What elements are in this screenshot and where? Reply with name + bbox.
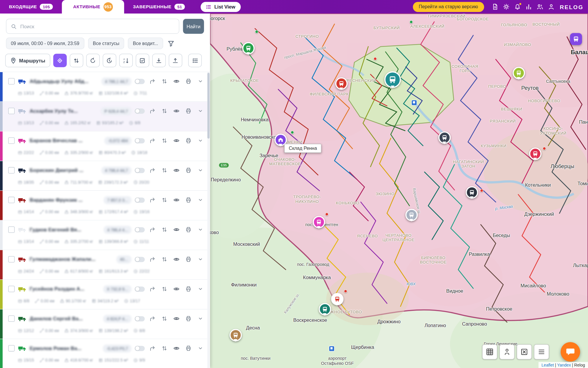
couriers-location-button[interactable] (500, 344, 514, 359)
refresh-button[interactable] (86, 54, 100, 67)
vehicle-marker[interactable] (313, 216, 325, 228)
expand-row-button[interactable] (196, 196, 205, 204)
share-route-button[interactable] (148, 255, 157, 263)
reorder-stops-button[interactable] (160, 314, 169, 323)
expand-row-button[interactable] (196, 255, 205, 263)
vehicle-marker[interactable] (466, 186, 478, 198)
table-view-button[interactable] (482, 344, 497, 359)
share-route-button[interactable] (148, 77, 157, 85)
route-toggle[interactable] (135, 227, 145, 232)
map-zones-button[interactable] (53, 54, 67, 67)
row-checkbox[interactable] (8, 226, 15, 233)
reorder-stops-button[interactable] (160, 255, 169, 263)
route-row[interactable]: Абдыкадыр Уулу Абд... 4 786,1 44,7 13/13… (0, 72, 210, 102)
share-route-button[interactable] (148, 107, 157, 115)
map[interactable]: БалашихаЛюберцыРеутовКрасногорскРублёвоН… (210, 14, 588, 368)
show-on-map-button[interactable] (172, 196, 181, 204)
vehicle-marker[interactable] (242, 42, 254, 54)
share-route-button[interactable] (148, 166, 157, 175)
print-route-button[interactable] (184, 255, 193, 263)
expand-row-button[interactable] (196, 344, 205, 352)
reorder-stops-button[interactable] (160, 344, 169, 352)
reorder-stops-button[interactable] (160, 166, 169, 175)
share-route-button[interactable] (148, 285, 157, 293)
expand-row-button[interactable] (196, 314, 205, 323)
print-route-button[interactable] (184, 166, 193, 175)
route-row[interactable]: Варданян Фрунзик ... 7 857,0 3... 14/140… (0, 191, 210, 221)
route-row[interactable]: Данилов Сергей Ва... 4 824,Р 4... 12/120… (0, 309, 210, 339)
route-toggle[interactable] (135, 346, 145, 351)
expand-row-button[interactable] (196, 136, 205, 145)
row-checkbox[interactable] (8, 345, 15, 352)
vehicle-marker[interactable] (335, 77, 348, 89)
row-checkbox[interactable] (8, 78, 15, 84)
share-route-button[interactable] (148, 136, 157, 145)
sort-az-button[interactable]: AZ (119, 54, 133, 67)
route-row[interactable]: Гусейнов Разудин А... Х 732,8 9... 8/80.… (0, 280, 210, 309)
stop-dot[interactable] (542, 147, 546, 150)
print-route-button[interactable] (184, 344, 193, 352)
row-checkbox[interactable] (8, 315, 15, 322)
stop-dot[interactable] (344, 289, 347, 293)
reorder-stops-button[interactable] (160, 107, 169, 115)
share-route-button[interactable] (148, 225, 157, 234)
leaflet-link[interactable]: Leaflet (542, 363, 554, 367)
print-route-button[interactable] (184, 285, 193, 293)
bell-icon[interactable] (512, 1, 523, 12)
download-button[interactable] (152, 54, 166, 67)
show-on-map-button[interactable] (172, 225, 181, 234)
reorder-stops-button[interactable] (160, 285, 169, 293)
vehicle-marker[interactable] (529, 147, 541, 160)
print-route-button[interactable] (184, 314, 193, 323)
row-checkbox[interactable] (8, 167, 15, 174)
scrollbar-thumb[interactable] (207, 73, 210, 138)
row-checkbox[interactable] (8, 286, 15, 292)
show-on-map-button[interactable] (172, 344, 181, 352)
routes-menu-button[interactable]: Маршруты (5, 54, 50, 67)
select-all-button[interactable] (136, 54, 149, 67)
reorder-stops-button[interactable] (160, 77, 169, 85)
hide-stops-button[interactable] (517, 344, 532, 359)
stop-dot[interactable] (255, 30, 258, 33)
row-checkbox[interactable] (8, 256, 15, 263)
print-route-button[interactable] (184, 225, 193, 234)
vehicles-panel-button[interactable] (570, 33, 582, 45)
reorder-stops-button[interactable] (160, 196, 169, 204)
expand-row-button[interactable] (196, 77, 205, 85)
show-on-map-button[interactable] (172, 77, 181, 85)
vehicle-marker[interactable] (405, 209, 417, 221)
stop-dot[interactable] (409, 20, 412, 23)
route-row[interactable]: Баранов Вячеслав ... -0,072 484 22/220.0… (0, 131, 210, 161)
show-on-map-button[interactable] (172, 285, 181, 293)
upload-button[interactable] (169, 54, 182, 67)
refresh-history-button[interactable] (103, 54, 116, 67)
print-route-button[interactable] (184, 196, 193, 204)
yandex-link[interactable]: Yandex (557, 363, 571, 367)
search-input[interactable] (19, 23, 174, 29)
stop-dot[interactable] (373, 57, 377, 60)
filter-icon[interactable] (168, 40, 174, 47)
route-row[interactable]: Борискин Дмитрий ... 4 798,4 44,7 18/350… (0, 161, 210, 191)
row-checkbox[interactable] (8, 108, 15, 114)
route-row[interactable]: Гудков Евгений Вя... 4 786,4 4... 13/140… (0, 221, 210, 250)
route-toggle[interactable] (135, 286, 145, 292)
profile-icon[interactable] (545, 1, 557, 12)
route-row[interactable]: Гулмамаджанов Жапали... 40... 24/240.00 … (0, 250, 210, 280)
vehicle-marker[interactable] (319, 303, 331, 315)
row-checkbox[interactable] (8, 137, 15, 144)
status-filter[interactable]: Все статусы (88, 38, 124, 49)
tab-active[interactable]: АКТИВНЫЕ 953 (62, 0, 124, 14)
print-route-button[interactable] (184, 107, 193, 115)
sort-updown-button[interactable] (70, 54, 83, 67)
show-on-map-button[interactable] (172, 314, 181, 323)
documents-icon[interactable] (489, 1, 500, 12)
show-on-map-button[interactable] (172, 136, 181, 145)
route-toggle[interactable] (135, 257, 145, 262)
stop-dot[interactable] (290, 130, 294, 134)
show-on-map-button[interactable] (172, 255, 181, 263)
expand-row-button[interactable] (196, 166, 205, 175)
route-toggle[interactable] (135, 79, 145, 84)
gear-icon[interactable] (500, 1, 512, 12)
search-submit-button[interactable]: Найти (183, 19, 204, 34)
list-view-button[interactable]: List View (201, 2, 240, 12)
